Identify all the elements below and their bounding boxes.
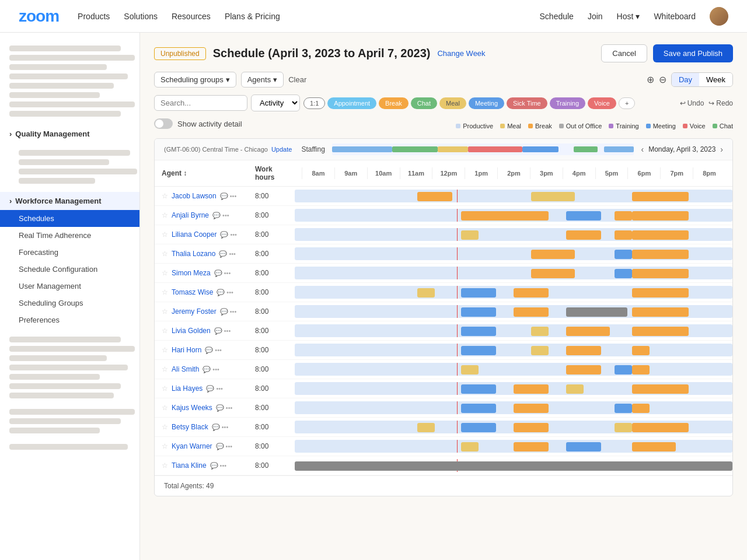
badge-1-1[interactable]: 1:1 (303, 97, 325, 109)
gantt-bar[interactable] (632, 250, 689, 259)
sidebar-quality-management[interactable]: › Quality Management (0, 125, 139, 143)
more-icon[interactable]: ••• (222, 212, 229, 219)
more-icon[interactable]: ••• (220, 462, 227, 470)
star-icon[interactable]: ☆ (162, 307, 168, 316)
agent-name[interactable]: Simon Meza (172, 269, 211, 277)
agent-name[interactable]: Betsy Black (172, 423, 208, 431)
nav-plans-pricing[interactable]: Plans & Pricing (225, 12, 280, 21)
agent-name[interactable]: Jacob Lawson (172, 192, 217, 200)
more-icon[interactable]: ••• (224, 327, 231, 335)
chat-icon[interactable]: 💬 (214, 327, 222, 335)
more-icon[interactable]: ••• (230, 192, 237, 200)
nav-resources[interactable]: Resources (172, 12, 211, 21)
nav-join[interactable]: Join (588, 12, 603, 21)
badge-meal[interactable]: Meal (439, 97, 466, 109)
timeline-cell[interactable] (295, 225, 732, 244)
gantt-bar[interactable] (632, 346, 650, 355)
gantt-bar[interactable] (461, 307, 496, 317)
gantt-bar[interactable] (461, 423, 496, 432)
timeline-cell[interactable] (295, 187, 732, 206)
chat-icon[interactable]: 💬 (206, 385, 214, 393)
gantt-bar[interactable] (531, 269, 575, 278)
badge-voice[interactable]: Voice (588, 97, 616, 109)
save-publish-button[interactable]: Save and Publish (653, 44, 733, 62)
agent-name[interactable]: Ali Smith (172, 365, 199, 373)
gantt-bar[interactable] (461, 211, 549, 220)
star-icon[interactable]: ☆ (162, 346, 168, 354)
gantt-bar[interactable] (531, 346, 549, 355)
user-avatar[interactable] (710, 7, 728, 26)
gantt-bar[interactable] (632, 307, 689, 317)
activity-toggle[interactable] (154, 118, 173, 129)
chat-icon[interactable]: 💬 (205, 346, 213, 354)
prev-date-button[interactable]: ‹ (641, 145, 644, 154)
chat-icon[interactable]: 💬 (217, 289, 225, 296)
agent-name[interactable]: Liliana Cooper (172, 230, 217, 239)
gantt-bar[interactable] (632, 269, 689, 278)
gantt-bar[interactable] (514, 307, 549, 317)
gantt-bar[interactable] (417, 288, 435, 298)
star-icon[interactable]: ☆ (162, 404, 168, 412)
day-view-button[interactable]: Day (672, 73, 699, 86)
gantt-bar[interactable] (566, 442, 601, 452)
more-icon[interactable]: ••• (212, 366, 219, 373)
more-icon[interactable]: ••• (222, 424, 229, 431)
timeline-cell[interactable] (295, 341, 732, 360)
timeline-cell[interactable] (295, 398, 732, 418)
next-date-button[interactable]: › (720, 145, 723, 154)
chat-icon[interactable]: 💬 (216, 443, 224, 450)
sidebar-item-user-management[interactable]: User Management (0, 278, 139, 295)
timeline-cell[interactable] (295, 456, 732, 475)
timeline-cell[interactable] (295, 283, 732, 302)
nav-solutions[interactable]: Solutions (124, 12, 158, 21)
week-view-button[interactable]: Week (699, 73, 732, 86)
redo-button[interactable]: ↪ Redo (708, 99, 733, 107)
gantt-bar[interactable] (514, 404, 549, 413)
zoom-logo[interactable]: zoom (19, 7, 59, 26)
gantt-bar[interactable] (461, 327, 496, 336)
agent-name[interactable]: Lia Hayes (172, 384, 203, 393)
nav-products[interactable]: Products (78, 12, 110, 21)
gantt-bar[interactable] (632, 327, 689, 336)
star-icon[interactable]: ☆ (162, 461, 168, 470)
star-icon[interactable]: ☆ (162, 327, 168, 335)
nav-whiteboard[interactable]: Whiteboard (654, 12, 696, 21)
gantt-bar[interactable] (632, 192, 689, 201)
timeline-cell[interactable] (295, 321, 732, 341)
gantt-bar[interactable] (461, 288, 496, 298)
star-icon[interactable]: ☆ (162, 423, 168, 431)
agent-name[interactable]: Hari Horn (172, 346, 201, 354)
gantt-bar[interactable] (615, 250, 632, 259)
nav-host[interactable]: Host ▾ (617, 12, 640, 21)
gantt-bar[interactable] (566, 384, 584, 394)
gantt-bar[interactable] (566, 230, 601, 240)
chat-icon[interactable]: 💬 (220, 231, 228, 239)
agent-name[interactable]: Kyan Warner (172, 442, 212, 450)
chat-icon[interactable]: 💬 (219, 250, 227, 258)
badge-sicktime[interactable]: Sick Time (507, 97, 547, 109)
chat-icon[interactable]: 💬 (203, 366, 211, 373)
more-icon[interactable]: ••• (230, 231, 237, 239)
gantt-bar[interactable] (615, 211, 632, 220)
chat-icon[interactable]: 💬 (220, 192, 228, 200)
star-icon[interactable]: ☆ (162, 365, 168, 373)
agent-name[interactable]: Thalia Lozano (172, 250, 215, 258)
sidebar-workforce-management[interactable]: › Workforce Management (0, 192, 139, 210)
more-icon[interactable]: ••• (226, 289, 233, 296)
chat-icon[interactable]: 💬 (214, 270, 222, 277)
agent-name[interactable]: Livia Golden (172, 327, 211, 335)
star-icon[interactable]: ☆ (162, 211, 168, 219)
agent-name[interactable]: Tomasz Wise (172, 288, 213, 296)
gantt-bar[interactable] (615, 230, 632, 240)
sidebar-item-schedule-config[interactable]: Schedule Configuration (0, 261, 139, 278)
activity-select[interactable]: Activity (251, 94, 300, 111)
agents-select[interactable]: Agents ▾ (241, 72, 284, 88)
more-icon[interactable]: ••• (216, 385, 223, 393)
gantt-bar[interactable] (417, 423, 435, 432)
gantt-bar[interactable] (615, 269, 632, 278)
agent-name[interactable]: Tiana Kline (172, 461, 207, 470)
search-input[interactable] (154, 95, 247, 111)
badge-training[interactable]: Training (550, 97, 585, 109)
star-icon[interactable]: ☆ (162, 269, 168, 277)
gantt-bar[interactable] (632, 423, 689, 432)
